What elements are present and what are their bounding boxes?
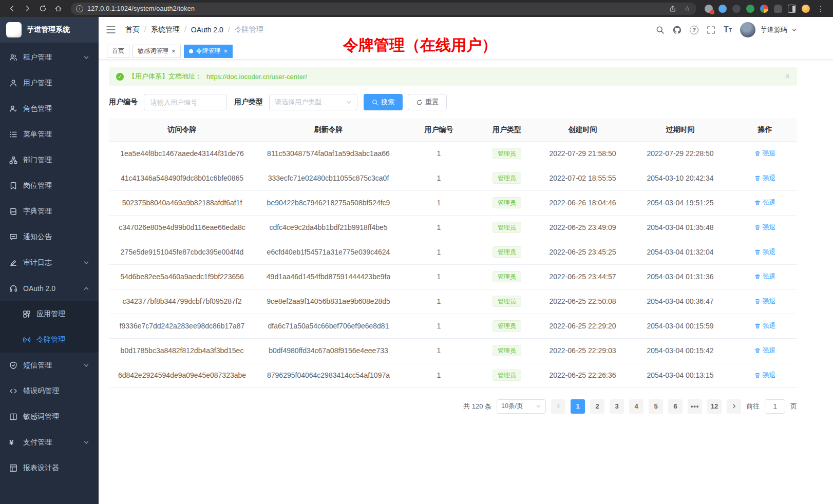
force-logout-button[interactable]: 强退 <box>754 272 776 281</box>
page-button[interactable]: 2 <box>590 399 604 414</box>
force-logout-button[interactable]: 强退 <box>754 223 776 232</box>
action-cell: 强退 <box>733 338 797 363</box>
page-button[interactable]: 3 <box>610 399 624 414</box>
tab-token[interactable]: 令牌管理 × <box>184 45 233 58</box>
action-cell: 强退 <box>733 314 797 338</box>
breadcrumb-system[interactable]: 系统管理 <box>151 25 191 34</box>
share-icon[interactable] <box>668 5 678 12</box>
fullscreen-icon[interactable] <box>707 26 715 34</box>
sidebar-item-auditlog[interactable]: 审计日志 <box>0 250 99 276</box>
sidebar-item-dept[interactable]: 部门管理 <box>0 147 99 173</box>
sidebar-item-role[interactable]: 角色管理 <box>0 96 99 122</box>
home-icon[interactable] <box>51 3 65 15</box>
page-size-select[interactable]: 10条/页 <box>497 399 546 414</box>
github-icon[interactable] <box>673 26 681 34</box>
create-time-cell: 2022-06-25 23:44:57 <box>538 264 628 289</box>
user-type-select[interactable]: 请选择用户类型 <box>269 94 357 110</box>
extension-blue-icon[interactable] <box>718 5 727 13</box>
doc-link[interactable]: https://doc.iocoder.cn/user-center/ <box>206 73 307 81</box>
more-pages-icon[interactable]: ••• <box>688 399 702 414</box>
sidebar-item-report-designer[interactable]: 报表设计器 <box>0 455 99 481</box>
help-icon[interactable]: ? <box>690 26 698 34</box>
columns-book-icon <box>9 413 17 421</box>
address-bar[interactable]: i 127.0.0.1:1024/system/oauth2/token ☆ <box>71 3 696 15</box>
table-header-row: 访问令牌 刷新令牌 用户编号 用户类型 创建时间 过期时间 操作 <box>109 119 797 141</box>
force-logout-button[interactable]: 强退 <box>754 198 776 207</box>
alert-close-icon[interactable]: × <box>785 72 790 81</box>
force-logout-button[interactable]: 强退 <box>754 321 776 331</box>
select-placeholder: 请选择用户类型 <box>275 98 321 107</box>
sidebar-item-user[interactable]: 用户管理 <box>0 70 99 96</box>
browser-extensions: ⋮ <box>703 5 828 13</box>
sidebar-item-errorcode[interactable]: 错误码管理 <box>0 378 99 404</box>
font-size-icon[interactable]: TT <box>724 26 732 34</box>
sidebar-item-label: 应用管理 <box>36 309 89 319</box>
browser-menu-icon[interactable]: ⋮ <box>816 5 826 13</box>
sidebar-item-notice[interactable]: 通知公告 <box>0 224 99 250</box>
sidebar-item-post[interactable]: 岗位管理 <box>0 173 99 199</box>
extension-badge-icon[interactable] <box>705 5 713 13</box>
refresh-token-cell: be90422b8c7946218275a508bf524fc9 <box>255 190 402 215</box>
force-logout-button[interactable]: 强退 <box>754 247 776 257</box>
reload-icon[interactable] <box>36 3 49 15</box>
sidebar-item-pay[interactable]: 支付管理 <box>0 430 99 455</box>
token-table: 访问令牌 刷新令牌 用户编号 用户类型 创建时间 过期时间 操作 1ea5e44… <box>109 119 797 388</box>
force-logout-button[interactable]: 强退 <box>754 173 776 183</box>
force-logout-button[interactable]: 强退 <box>754 297 776 306</box>
sidebar-item-tenant[interactable]: 租户管理 <box>0 45 99 70</box>
username[interactable]: 芋道源码 <box>761 25 787 34</box>
sidebar-toggle-icon[interactable] <box>788 5 796 13</box>
sidebar-item-oauth-app[interactable]: 应用管理 <box>0 301 99 327</box>
action-cell: 强退 <box>733 289 797 314</box>
force-logout-button[interactable]: 强退 <box>754 371 776 380</box>
sidebar-item-menu[interactable]: 菜单管理 <box>0 122 99 147</box>
search-icon[interactable] <box>656 26 665 34</box>
prev-page-button[interactable] <box>551 399 565 414</box>
extension-ghost-icon[interactable] <box>774 5 782 13</box>
sidebar-item-dict[interactable]: 字典管理 <box>0 199 99 224</box>
refresh-token-cell: 49d1aa46d1454fbd87591444423be9fa <box>255 264 402 289</box>
create-time-cell: 2022-06-26 18:04:46 <box>538 190 628 215</box>
page-button[interactable]: 5 <box>649 399 663 414</box>
user-type-cell: 管理员 <box>476 264 538 289</box>
sidebar-item-oauth[interactable]: OAuth 2.0 <box>0 276 99 301</box>
user-id-input[interactable] <box>144 94 227 110</box>
next-page-button[interactable] <box>727 399 741 414</box>
expire-time-cell: 2054-03-04 19:51:25 <box>628 190 733 215</box>
extensions-puzzle-icon[interactable] <box>760 5 768 13</box>
close-icon[interactable]: × <box>224 48 228 54</box>
close-icon[interactable]: × <box>172 48 176 54</box>
sidebar-item-oauth-token[interactable]: 令牌管理 <box>0 327 99 353</box>
back-icon[interactable] <box>5 3 18 15</box>
search-button[interactable]: 搜索 <box>364 94 403 110</box>
app-logo <box>6 22 22 37</box>
force-logout-button[interactable]: 强退 <box>754 149 776 158</box>
page-button[interactable]: 6 <box>668 399 683 414</box>
bookmark-star-icon[interactable]: ☆ <box>682 5 692 12</box>
page-button[interactable]: 12 <box>707 399 722 414</box>
extension-dark-icon[interactable] <box>732 5 741 13</box>
sidebar-item-sms[interactable]: 短信管理 <box>0 353 99 378</box>
collapse-sidebar-icon[interactable] <box>106 25 116 35</box>
extension-green-icon[interactable] <box>746 5 754 13</box>
tab-home[interactable]: 首页 <box>107 45 129 58</box>
site-info-icon[interactable]: i <box>76 5 83 12</box>
total-count: 共 120 条 <box>463 402 491 411</box>
access-token-cell: 54d6be82ee5a460a9aedc1f9bf223656 <box>109 264 255 289</box>
forward-icon[interactable] <box>21 3 34 15</box>
page-button[interactable]: 1 <box>571 399 585 414</box>
sidebar-item-sensitive-word[interactable]: 敏感词管理 <box>0 404 99 430</box>
force-logout-button[interactable]: 强退 <box>754 346 776 355</box>
url-text[interactable]: 127.0.0.1:1024/system/oauth2/token <box>87 5 664 12</box>
reset-button[interactable]: 重置 <box>408 94 447 110</box>
list-icon <box>9 130 17 139</box>
breadcrumb-home[interactable]: 首页 <box>125 25 151 34</box>
breadcrumb-oauth[interactable]: OAuth 2.0 <box>191 26 235 34</box>
expire-time-cell: 2054-03-04 01:32:04 <box>628 240 733 264</box>
chevron-down-icon[interactable] <box>791 27 797 33</box>
user-avatar[interactable] <box>740 22 755 37</box>
browser-profile-avatar[interactable] <box>802 5 810 13</box>
goto-page-input[interactable] <box>765 399 785 414</box>
page-button[interactable]: 4 <box>629 399 643 414</box>
tab-sensitive-word[interactable]: 敏感词管理 × <box>132 45 181 58</box>
